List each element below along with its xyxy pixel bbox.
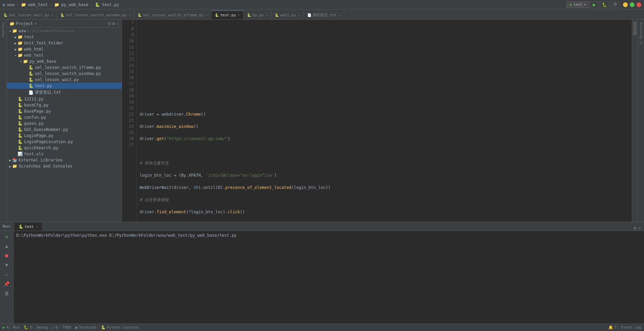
breadcrumb-test-py[interactable]: test.py — [102, 2, 119, 7]
tree-item-web-test[interactable]: ▾ 📁 web_test — [7, 52, 122, 58]
tab-close-switch-window[interactable]: ✕ — [128, 13, 130, 17]
scroll-up-button[interactable]: ▲ — [3, 242, 11, 250]
status-event-log[interactable]: 🔔 7: Event Log — [608, 325, 641, 330]
tree-item-wsw-root[interactable]: ▾ 📁 wsw D:\PythonWorkFolder\wsw — [7, 28, 122, 34]
minimize-button[interactable] — [623, 2, 628, 7]
breadcrumb-wsw[interactable]: wsw — [7, 2, 15, 7]
status-debug[interactable]: 🐛 5: Debug — [24, 325, 48, 330]
pin-output-button[interactable]: 📌 — [3, 280, 11, 288]
tree-item-test-py[interactable]: ▶ 🐍 test.py — [7, 83, 122, 89]
tree-item-switch-iframe[interactable]: ▶ 🐍 sel_lesson_switch_iframe.py — [7, 64, 122, 71]
tab-notes-txt[interactable]: 📄 课堂笔记.txt ✕ — [304, 11, 345, 19]
structure-label[interactable]: 2: Structure — [638, 21, 644, 46]
tab-test-py[interactable]: 🐍 test.py ✕ — [211, 11, 244, 19]
folder-icon-unit-test: 📁 — [18, 41, 23, 45]
bottom-expand-icon[interactable]: ⤢ — [638, 226, 641, 231]
bottom-tab-bar: Run: 🐍 test ✕ ⚙ ⤢ — [0, 222, 644, 231]
tab-close-switch-iframe[interactable]: ✕ — [206, 13, 208, 17]
breadcrumb-web-test[interactable]: web_test — [28, 2, 48, 7]
tree-item-12212[interactable]: ▶ 🐍 12212.py — [7, 96, 122, 102]
tree-item-login-page[interactable]: ▶ 🐍 LoginPage.py — [7, 133, 122, 139]
tab-by-py[interactable]: 🐍 by.py ✕ — [244, 11, 271, 19]
tree-item-test-xls[interactable]: ▶ 📊 test.xls — [7, 151, 122, 157]
tab-close-test-py[interactable]: ✕ — [238, 13, 240, 17]
arrow-ext-libs: ▶ — [8, 158, 12, 162]
tab-sel-lesson-switch-iframe[interactable]: 🐍 sel_lesson_switch_iframe.py ✕ — [134, 11, 211, 19]
breadcrumb-py-web-base[interactable]: py_web_base — [61, 2, 88, 7]
tree-item-basepage[interactable]: ▶ 🐍 BasePage.py — [7, 108, 122, 114]
bottom-settings-icon[interactable]: ⚙ — [633, 226, 636, 231]
tab-icon-by-py: 🐍 — [247, 13, 251, 17]
code-line-blank5 — [140, 75, 632, 81]
favorites-label[interactable]: Favorites — [1, 21, 5, 38]
tree-item-py-web-base[interactable]: ▾ 📁 py_web_base — [7, 58, 122, 64]
tree-item-scratches[interactable]: ▶ 📁 Scratches and Consoles — [7, 163, 122, 169]
arrow-web-test: ▾ — [14, 54, 18, 57]
tree-item-login-loc[interactable]: ▶ 🐍 LoginPageLocation.py — [7, 139, 122, 145]
maximize-button[interactable] — [630, 2, 635, 7]
tree-item-wait[interactable]: ▶ 🐍 sel_lesson_wait.py — [7, 77, 122, 83]
tab-close-by-py[interactable]: ✕ — [266, 13, 268, 17]
tab-sel-lesson-switch-window[interactable]: 🐍 sel_lesson_switch_window.py ✕ — [57, 11, 134, 19]
structure-sidebar: 2: Structure — [637, 20, 644, 222]
tab-close-sel-lesson-wait[interactable]: ✕ — [51, 13, 53, 17]
tab-wait-py[interactable]: 🐍 wait.py ✕ — [271, 11, 304, 19]
profile-button[interactable]: ⏱ — [611, 1, 620, 8]
tab-icon-wait-py: 🐍 — [275, 13, 279, 17]
tree-item-notes[interactable]: ▶ 📄 课堂笔记.txt — [7, 89, 122, 96]
close-button[interactable] — [637, 2, 641, 7]
bottom-tab-test[interactable]: 🐍 test ✕ — [15, 222, 43, 231]
project-icon: ◉ — [3, 2, 5, 7]
project-hide-icon[interactable]: — — [116, 21, 119, 26]
dropdown-arrow: ▾ — [584, 2, 586, 7]
project-tree: ▾ 📁 wsw D:\PythonWorkFolder\wsw ▶ 📁 test… — [7, 28, 122, 222]
folder-icon-ext-libs: 📚 — [12, 158, 17, 162]
tree-label-confun: confun.py — [24, 115, 46, 120]
tree-item-gui-guess[interactable]: ▶ 🐍 GUI_GuessNumber.py — [7, 126, 122, 133]
line-numbers: 7 8 9 10 11 12 13 14 15 16 17 18 19 20 2… — [123, 20, 137, 222]
tab-sel-lesson-wait[interactable]: 🐍 sel_lesson_wait.py ✕ — [0, 11, 57, 19]
py-icon-login-page: 🐍 — [18, 133, 23, 138]
tree-item-quick-search[interactable]: ▶ 🐍 quickSearch.py — [7, 145, 122, 151]
status-run[interactable]: ▶ 4: Run — [3, 325, 20, 330]
arrow-py-web-base: ▾ — [19, 60, 23, 63]
tree-label-py-web-base: py_web_base — [29, 59, 56, 64]
wrap-output-button[interactable]: ↵ — [3, 270, 11, 278]
project-dropdown-icon[interactable]: ▾ — [35, 21, 37, 26]
tree-item-ext-libs[interactable]: ▶ 📚 External Libraries — [7, 157, 122, 163]
run-sidebar: ↺ ▲ ■ ▼ ↵ 📌 🗑 — [0, 231, 14, 324]
arrow-scratches: ▶ — [8, 164, 12, 168]
run-config-selector[interactable]: ▶ test ▾ — [567, 1, 589, 8]
stop-button[interactable]: ■ — [3, 251, 11, 259]
trash-button[interactable]: 🗑 — [3, 289, 11, 297]
tree-item-unit-test[interactable]: ▶ 📁 Unit_Test_Folder — [7, 40, 122, 46]
status-bar-right: 🔔 7: Event Log — [608, 325, 641, 330]
rerun-button[interactable]: ↺ — [3, 232, 11, 240]
code-line-blank6 — [140, 87, 632, 93]
tree-item-switch-window[interactable]: ▶ 🐍 sel_lesson_switch_window.py — [7, 71, 122, 77]
tree-item-confun[interactable]: ▶ 🐍 confun.py — [7, 114, 122, 120]
tab-close-notes[interactable]: ✕ — [338, 13, 340, 17]
run-button[interactable]: ▶ — [590, 1, 598, 8]
tree-item-guess[interactable]: ▶ 🐍 guess.py — [7, 120, 122, 126]
scroll-down-button[interactable]: ▼ — [3, 261, 11, 269]
code-editor[interactable]: 7 8 9 10 11 12 13 14 15 16 17 18 19 20 2… — [123, 20, 632, 222]
bottom-tab-close[interactable]: ✕ — [36, 225, 38, 229]
tree-label-basecfg: baseCfg.py — [24, 103, 48, 108]
code-line-blank3 — [140, 50, 632, 56]
wsw-path: D:\PythonWorkFolder\wsw — [27, 29, 74, 33]
tab-close-wait-py[interactable]: ✕ — [298, 13, 300, 17]
project-collapse-all-icon[interactable]: ⊟ — [108, 21, 111, 26]
debug-button[interactable]: 🐛 — [600, 1, 609, 8]
code-content[interactable]: driver = webdriver.Chrome() driver.maxim… — [137, 20, 632, 222]
py-icon-wait: 🐍 — [28, 77, 34, 82]
bottom-content: ↺ ▲ ■ ▼ ↵ 📌 🗑 D:\PythonWorkFolder\python… — [0, 231, 644, 324]
status-python-console[interactable]: 🐍 Python Console — [101, 325, 139, 330]
project-header-actions: ⊟ ⚙ — — [108, 21, 119, 26]
status-todo[interactable]: ☑ 6: TODO — [52, 325, 71, 330]
project-settings-icon[interactable]: ⚙ — [112, 21, 115, 26]
tree-item-basecfg[interactable]: ▶ 🐍 baseCfg.py — [7, 102, 122, 108]
tree-item-web-html[interactable]: ▶ 📁 web_html — [7, 46, 122, 52]
status-terminal[interactable]: ▣ Terminal — [75, 325, 97, 330]
tree-item-test[interactable]: ▶ 📁 test — [7, 34, 122, 40]
